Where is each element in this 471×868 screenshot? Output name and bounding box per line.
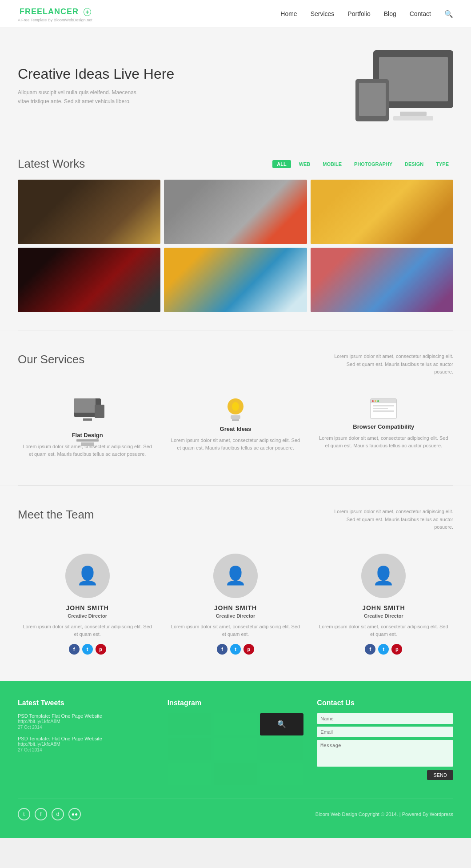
avatar-person-icon-1: 👤 bbox=[76, 565, 99, 586]
service-flat-title: Flat Design bbox=[22, 432, 152, 438]
logo: FREELANCER + bbox=[18, 5, 92, 17]
work-item-5[interactable] bbox=[164, 248, 307, 312]
services-grid: Flat Design Lorem ipsum dolor sit amet, … bbox=[18, 394, 453, 463]
hero-title: Creative Ideas Live Here bbox=[18, 66, 174, 82]
logo-plus: + bbox=[84, 8, 91, 16]
footer-twitter-icon[interactable]: t bbox=[18, 808, 30, 820]
service-ideas-text: Lorem ipsum dolor sit amet, consectetur … bbox=[170, 437, 300, 452]
nav-services[interactable]: Services bbox=[311, 10, 335, 17]
bulb-icon bbox=[228, 398, 243, 414]
member-name-1: JOHN SMITH bbox=[22, 604, 152, 611]
twitter-icon-3[interactable]: t bbox=[378, 644, 389, 655]
tweet-item-2: PSD Template: Flat One Page Website http… bbox=[18, 736, 154, 752]
footer-bottom: t f d ●● Bloom Web Design Copyright © 20… bbox=[18, 799, 453, 820]
tweet-item-1: PSD Template: Flat One Page Website http… bbox=[18, 713, 154, 730]
pinterest-icon-2[interactable]: p bbox=[243, 644, 254, 655]
send-button[interactable]: SEND bbox=[427, 770, 453, 780]
flat-design-icon bbox=[74, 398, 101, 417]
service-flat-design: Flat Design Lorem ipsum dolor sit amet, … bbox=[18, 394, 157, 463]
insta-3[interactable] bbox=[168, 738, 211, 760]
nav-home[interactable]: Home bbox=[280, 10, 297, 17]
contact-title: Contact Us bbox=[317, 699, 453, 707]
social-icons-2: f t p bbox=[170, 644, 300, 655]
browser-dot-green bbox=[377, 400, 379, 402]
bulb-base bbox=[231, 415, 240, 419]
work-item-1[interactable] bbox=[18, 180, 160, 244]
browser-bar bbox=[371, 399, 396, 403]
tweet-text-1: PSD Template: Flat One Page Website bbox=[18, 713, 154, 719]
browser-line-2 bbox=[373, 408, 388, 409]
team-top: Meet the Team Lorem ipsum dolor sit amet… bbox=[18, 508, 453, 531]
insta-4[interactable] bbox=[214, 738, 257, 760]
tweet-date-1: 27 Oct 2014 bbox=[18, 725, 154, 730]
member-text-3: Lorem ipsum dolor sit amet, consectetur … bbox=[319, 623, 449, 639]
twitter-icon-1[interactable]: t bbox=[82, 644, 93, 655]
team-grid: 👤 JOHN SMITH Creative Director Lorem ips… bbox=[18, 549, 453, 659]
work-item-2[interactable] bbox=[164, 180, 307, 244]
service-browser-text: Lorem ipsum dolor sit amet, consectetur … bbox=[319, 434, 449, 450]
footer-facebook-icon[interactable]: f bbox=[35, 808, 47, 820]
member-text-2: Lorem ipsum dolor sit amet, consectetur … bbox=[170, 623, 300, 639]
member-text-1: Lorem ipsum dolor sit amet, consectetur … bbox=[22, 623, 152, 639]
twitter-icon-2[interactable]: t bbox=[230, 644, 241, 655]
works-section: Latest Works ALL WEB MOBILE PHOTOGRAPHY … bbox=[0, 139, 471, 330]
services-top: Our Services Lorem ipsum dolor sit amet,… bbox=[18, 353, 453, 376]
bulb-bottom bbox=[232, 419, 239, 421]
nav-blog[interactable]: Blog bbox=[384, 10, 396, 17]
header: FREELANCER + A Free Template By BloomWeb… bbox=[0, 0, 471, 28]
team-description: Lorem ipsum dolor sit amet, consectetur … bbox=[329, 508, 453, 531]
insta-search[interactable]: 🔍 bbox=[260, 713, 303, 735]
insta-8[interactable] bbox=[260, 763, 303, 785]
pinterest-icon-3[interactable]: p bbox=[391, 644, 402, 655]
services-section: Our Services Lorem ipsum dolor sit amet,… bbox=[0, 330, 471, 485]
footer-tweets: Latest Tweets PSD Template: Flat One Pag… bbox=[18, 699, 154, 785]
contact-name-input[interactable] bbox=[317, 713, 453, 724]
work-item-4[interactable] bbox=[18, 248, 160, 312]
facebook-icon-1[interactable]: f bbox=[69, 644, 80, 655]
filter-web[interactable]: WEB bbox=[295, 160, 315, 168]
service-great-ideas: Great Ideas Lorem ipsum dolor sit amet, … bbox=[166, 394, 305, 463]
facebook-icon-2[interactable]: f bbox=[217, 644, 228, 655]
filter-design[interactable]: DESIGN bbox=[400, 160, 428, 168]
filter-all[interactable]: ALL bbox=[272, 160, 291, 168]
hero-section: Creative Ideas Live Here Aliquam suscipi… bbox=[0, 28, 471, 139]
social-icons-1: f t p bbox=[22, 644, 152, 655]
filter-type[interactable]: TYPE bbox=[431, 160, 453, 168]
social-icons-3: f t p bbox=[319, 644, 449, 655]
browser-content bbox=[371, 403, 396, 415]
footer-flickr-icon[interactable]: ●● bbox=[68, 808, 81, 820]
filter-photography[interactable]: PHOTOGRAPHY bbox=[350, 160, 397, 168]
work-item-3[interactable] bbox=[311, 180, 453, 244]
footer-instagram: Instagram 🔍 bbox=[168, 699, 304, 785]
works-title: Latest Works bbox=[18, 157, 85, 171]
team-member-2: 👤 JOHN SMITH Creative Director Lorem ips… bbox=[166, 549, 305, 659]
monitor-screen bbox=[379, 57, 448, 101]
insta-6[interactable] bbox=[168, 763, 211, 785]
filter-mobile[interactable]: MOBILE bbox=[318, 160, 346, 168]
contact-email-input[interactable] bbox=[317, 727, 453, 737]
nav-portfolio[interactable]: Portfolio bbox=[347, 10, 370, 17]
contact-message-input[interactable] bbox=[317, 740, 453, 767]
pinterest-icon-1[interactable]: p bbox=[96, 644, 106, 655]
work-item-6[interactable] bbox=[311, 248, 453, 312]
tweet-url-1[interactable]: http://bit.ly/1kfcA8M bbox=[18, 719, 154, 724]
insta-2[interactable] bbox=[214, 713, 257, 735]
tablet-screen bbox=[359, 83, 386, 116]
hero-description: Aliquam suscipit vel nulla quis eleifend… bbox=[18, 88, 142, 105]
facebook-icon-3[interactable]: f bbox=[365, 644, 375, 655]
insta-7[interactable] bbox=[214, 763, 257, 785]
monitor-small bbox=[95, 405, 104, 418]
browser-dot-red bbox=[372, 400, 374, 402]
tweet-url-2[interactable]: http://bit.ly/1kfcA8M bbox=[18, 741, 154, 747]
service-browser: Browser Compatibility Lorem ipsum dolor … bbox=[314, 394, 453, 463]
tweets-title: Latest Tweets bbox=[18, 699, 154, 707]
avatar-1: 👤 bbox=[65, 554, 110, 598]
logo-sub: A Free Template By BloomWebDesign.net bbox=[18, 18, 92, 22]
search-icon[interactable]: 🔍 bbox=[444, 10, 453, 18]
footer-social-icons: t f d ●● bbox=[18, 808, 81, 820]
footer-dribbble-icon[interactable]: d bbox=[52, 808, 64, 820]
services-title: Our Services bbox=[18, 353, 84, 366]
nav-contact[interactable]: Contact bbox=[410, 10, 431, 17]
insta-1[interactable] bbox=[168, 713, 211, 735]
insta-5[interactable] bbox=[260, 738, 303, 760]
